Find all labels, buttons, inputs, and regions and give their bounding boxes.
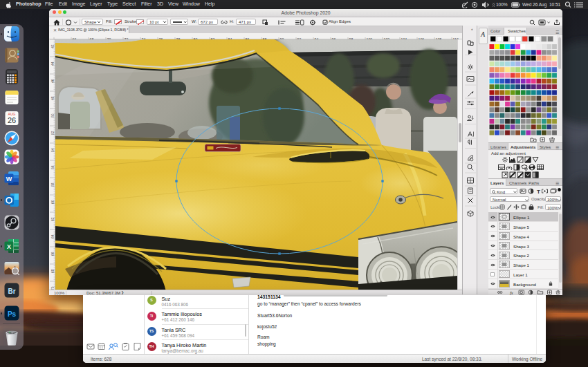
svg-text:64: 64	[50, 234, 55, 238]
svg-text:52: 52	[50, 131, 55, 135]
svg-text:44: 44	[50, 62, 55, 66]
svg-text:66: 66	[50, 252, 55, 256]
svg-text:26: 26	[7, 116, 15, 124]
svg-text:54: 54	[50, 148, 55, 152]
svg-text:W: W	[6, 176, 12, 182]
svg-text:60: 60	[50, 200, 55, 204]
svg-text:X: X	[6, 243, 10, 250]
svg-text:42: 42	[50, 44, 55, 48]
svg-text:58: 58	[50, 182, 55, 187]
svg-text:T: T	[537, 189, 540, 195]
svg-text:fx: fx	[510, 290, 513, 295]
svg-text:Ps: Ps	[7, 310, 16, 318]
svg-text:48: 48	[50, 96, 55, 100]
svg-text:AUG: AUG	[8, 112, 15, 116]
svg-text:68: 68	[50, 269, 55, 273]
svg-text:62: 62	[50, 217, 55, 221]
svg-text:46: 46	[50, 79, 55, 83]
svg-text:Br: Br	[8, 288, 15, 295]
svg-text:50: 50	[50, 113, 55, 117]
svg-text:56: 56	[50, 165, 55, 169]
